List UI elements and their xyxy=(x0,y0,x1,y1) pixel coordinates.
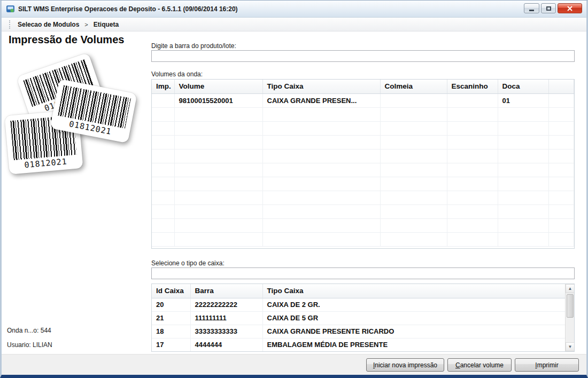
cell-barra: 22222222222 xyxy=(190,298,262,311)
volumes-table-label: Volumes da onda: xyxy=(151,70,203,78)
cell-id: 18 xyxy=(152,325,190,338)
table-row[interactable]: 21 111111111 CAIXA DE 5 GR xyxy=(152,311,566,325)
close-button[interactable] xyxy=(558,3,582,13)
empty-row xyxy=(152,135,574,149)
scroll-down-icon[interactable]: ▼ xyxy=(566,342,575,351)
toolbar-grip-icon xyxy=(9,20,10,29)
app-window: SILT WMS Enterprise Operacoes de Deposit… xyxy=(0,0,588,378)
cell-id: 17 xyxy=(152,338,190,351)
empty-row xyxy=(152,204,574,218)
maximize-button[interactable] xyxy=(541,3,556,13)
col-colmeia: Colmeia xyxy=(380,80,447,93)
caixa-table: Id Caixa Barra Tipo Caixa 20 22222222222… xyxy=(151,284,575,352)
cell-tipo: CAIXA DE 5 GR xyxy=(262,311,566,325)
caixa-scrollbar[interactable]: ▲ ▼ xyxy=(565,284,574,351)
cancelar-button-label: Cancelar volume xyxy=(455,361,504,369)
cell-colmeia xyxy=(380,93,447,107)
col-imp: Imp. xyxy=(152,80,174,93)
scroll-up-icon[interactable]: ▲ xyxy=(566,284,575,293)
cell-id: 20 xyxy=(152,298,190,311)
col-id-caixa: Id Caixa xyxy=(152,284,190,298)
cell-tipo: CAIXA DE 2 GR. xyxy=(262,298,566,311)
caixa-grid: Id Caixa Barra Tipo Caixa 20 22222222222… xyxy=(152,284,566,352)
onda-number-label: Onda n...o: 544 xyxy=(7,327,51,334)
cell-barra: 111111111 xyxy=(190,311,262,325)
table-row[interactable]: 18 33333333333 CAIXA GRANDE PRESENTE RIC… xyxy=(152,325,566,338)
empty-row xyxy=(152,163,574,177)
minimize-button[interactable] xyxy=(524,3,539,13)
col-doca: Doca xyxy=(498,80,548,93)
product-barcode-label: Digite a barra do produto/lote: xyxy=(151,42,236,50)
minimize-icon xyxy=(529,10,534,11)
empty-row xyxy=(152,107,574,121)
window-title: SILT WMS Enterprise Operacoes de Deposit… xyxy=(18,5,238,13)
volumes-table: Imp. Volume Tipo Caixa Colmeia Escaninho… xyxy=(151,79,575,249)
barcode-illustration: 01812021 01812021 01812021 xyxy=(6,64,149,186)
empty-row xyxy=(152,177,574,191)
table-row[interactable]: 17 4444444 EMBALAGEM MÉDIA DE PRESENTE xyxy=(152,338,566,351)
cancelar-volume-button[interactable]: Cancelar volume xyxy=(447,358,512,372)
cell-extra xyxy=(548,93,574,107)
volumes-grid: Imp. Volume Tipo Caixa Colmeia Escaninho… xyxy=(152,80,574,247)
scrollbar-thumb[interactable] xyxy=(567,294,574,318)
maximize-icon xyxy=(546,6,551,11)
menu-etiqueta[interactable]: Etiqueta xyxy=(91,20,121,29)
table-row[interactable]: 20 22222222222 CAIXA DE 2 GR. xyxy=(152,298,566,311)
caixa-select-label: Selecione o tipo de caixa: xyxy=(151,259,225,267)
imprimir-button-label: Imprimir xyxy=(535,361,558,369)
page-title: Impressão de Volumes xyxy=(9,34,124,46)
menu-selecao-de-modulos[interactable]: Selecao de Modulos xyxy=(16,20,81,29)
empty-row xyxy=(152,191,574,204)
volumes-header-row: Imp. Volume Tipo Caixa Colmeia Escaninho… xyxy=(152,80,574,93)
cell-barra: 4444444 xyxy=(190,338,262,351)
empty-row xyxy=(152,149,574,163)
col-tipo-caixa: Tipo Caixa xyxy=(262,284,566,298)
col-escaninho: Escaninho xyxy=(447,80,498,93)
cell-tipo: EMBALAGEM MÉDIA DE PRESENTE xyxy=(262,338,566,351)
col-barra: Barra xyxy=(190,284,262,298)
cell-volume: 98100015520001 xyxy=(174,93,262,107)
table-row[interactable]: 98100015520001 CAIXA GRANDE PRESEN... 01 xyxy=(152,93,574,107)
cell-doca: 01 xyxy=(498,93,548,107)
usuario-label: Usuario: LILIAN xyxy=(7,341,52,349)
cell-imp xyxy=(152,93,174,107)
caixa-header-row: Id Caixa Barra Tipo Caixa xyxy=(152,284,566,298)
caixa-select-input[interactable] xyxy=(151,267,575,279)
cell-id: 21 xyxy=(152,311,190,325)
empty-row xyxy=(152,232,574,246)
product-barcode-input[interactable] xyxy=(151,50,575,62)
cell-tipo-caixa: CAIXA GRANDE PRESEN... xyxy=(262,93,380,107)
empty-row xyxy=(152,218,574,232)
col-extra xyxy=(548,80,574,93)
col-tipo-caixa: Tipo Caixa xyxy=(262,80,380,93)
breadcrumb-separator: > xyxy=(84,21,88,28)
app-icon xyxy=(6,4,15,13)
breadcrumb-bar: Selecao de Modulos > Etiqueta xyxy=(2,18,586,32)
cell-tipo: CAIXA GRANDE PRESENTE RICARDO xyxy=(262,325,566,338)
window-controls xyxy=(522,3,582,13)
cell-escaninho xyxy=(447,93,498,107)
iniciar-nova-impressao-button[interactable]: Iniciar nova impressão xyxy=(366,358,444,372)
iniciar-button-label: Iniciar nova impressão xyxy=(373,361,437,369)
close-icon xyxy=(567,6,572,11)
empty-row xyxy=(152,121,574,135)
col-volume: Volume xyxy=(174,80,262,93)
footer-bar: Iniciar nova impressão Cancelar volume I… xyxy=(2,354,586,375)
titlebar: SILT WMS Enterprise Operacoes de Deposit… xyxy=(2,1,586,18)
imprimir-button[interactable]: Imprimir xyxy=(515,358,579,372)
cell-barra: 33333333333 xyxy=(190,325,262,338)
